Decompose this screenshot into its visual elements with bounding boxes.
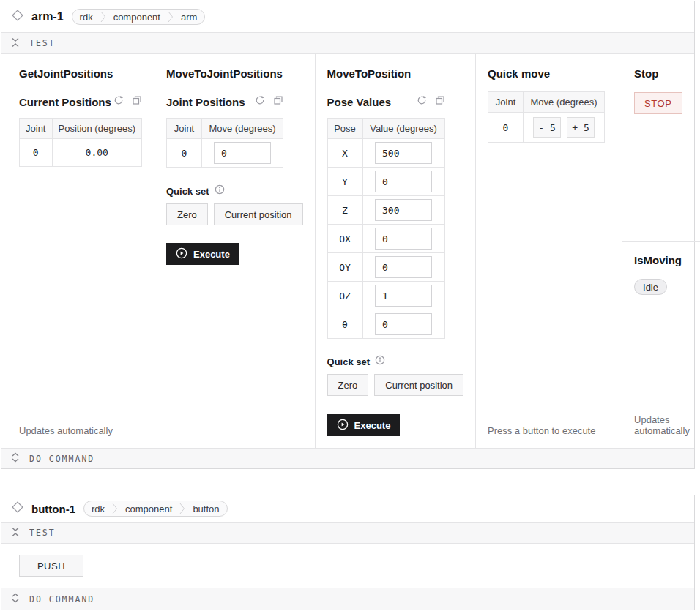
panel-move-to-position: MoveToPosition Pose Values Pose Value (d… [316,54,477,448]
execute-button[interactable]: Execute [166,243,239,265]
stop-button[interactable]: STOP [634,92,682,114]
refresh-icon[interactable] [417,95,427,108]
table-row: OY [327,253,444,282]
pose-label: Y [327,168,362,196]
do-command-section-toggle[interactable]: DO COMMAND [1,588,694,610]
pose-oz-input[interactable] [375,285,432,307]
component-diamond-icon [12,10,23,24]
stop-section: Stop STOP [622,54,700,242]
panel-footer-note: Updates automatically [634,414,690,436]
panel-title: MoveToPosition [327,67,464,81]
execute-button[interactable]: Execute [327,414,401,436]
column-header: Pose [327,119,362,139]
breadcrumb-segment: component [106,10,168,24]
column-header: Move (degrees) [524,92,605,113]
panel-quick-move: Quick move Joint Move (degrees) 0 - 5 + … [476,54,622,448]
breadcrumb-segment: rdk [84,501,112,516]
arm-card-header: arm-1 rdk component arm [1,1,694,32]
table-row: Z [327,196,444,225]
collapse-icon [11,527,20,539]
info-icon[interactable] [375,355,385,368]
zero-button[interactable]: Zero [166,203,208,225]
column-header: Value (degrees) [362,119,444,139]
current-position-button[interactable]: Current position [214,203,303,225]
refresh-icon[interactable] [113,95,124,108]
test-section-toggle[interactable]: TEST [1,32,694,54]
panel-title: MoveToJointPositions [166,67,303,81]
quick-set-label: Quick set [166,186,209,197]
copy-icon[interactable] [435,95,445,108]
copy-icon[interactable] [273,95,283,108]
do-command-section-toggle[interactable]: DO COMMAND [1,448,694,468]
test-section-label: TEST [29,38,56,48]
column-header: Move (degrees) [202,119,283,139]
subtitle-row: Current Positions [19,95,142,108]
pose-label: OY [327,253,362,282]
zero-button[interactable]: Zero [327,374,369,396]
quick-set-label: Quick set [327,356,371,367]
pose-label: OX [327,225,362,253]
joint-index: 0 [20,139,53,167]
expand-icon [11,452,20,465]
panel-footer-note: Updates automatically [19,425,142,436]
pose-oy-input[interactable] [375,256,432,278]
status-badge: Idle [634,279,667,295]
current-positions-table: Joint Position (degrees) 0 0.00 [19,118,142,167]
pose-theta-input[interactable] [375,313,432,335]
column-header: Joint [20,119,53,139]
play-circle-icon [176,247,187,261]
breadcrumb-segment: arm [174,10,204,24]
resource-title: button-1 [31,503,75,515]
breadcrumb: rdk component button [83,501,228,517]
pose-x-input[interactable] [375,142,432,164]
joint-move-input[interactable] [214,142,271,164]
chevron-right-icon [100,10,106,24]
pose-ox-input[interactable] [375,228,432,250]
subtitle: Joint Positions [166,96,245,108]
info-icon[interactable] [215,184,225,198]
subtitle-row: Joint Positions [166,95,283,108]
table-row: OZ [327,282,444,310]
move-minus-5-button[interactable]: - 5 [533,117,561,138]
quick-move-table: Joint Move (degrees) 0 - 5 + 5 [488,91,605,143]
copy-icon[interactable] [132,95,142,108]
table-row: Y [327,168,444,196]
play-circle-icon [337,419,349,433]
test-section-toggle[interactable]: TEST [1,522,694,544]
panel-title: Quick move [488,67,610,81]
ismoving-section: IsMoving Idle Updates automatically [622,242,700,448]
pose-z-input[interactable] [375,199,432,221]
table-row: 0 [167,139,283,168]
table-row: OX [327,225,444,253]
table-row: X [327,139,444,168]
subtitle-row: Pose Values [327,95,445,108]
current-position-button[interactable]: Current position [374,374,463,396]
joint-positions-table: Joint Move (degrees) 0 [166,118,283,168]
table-row: 0 0.00 [20,139,142,167]
column-header: Joint [488,92,524,113]
panel-move-to-joint-positions: MoveToJointPositions Joint Positions Joi… [154,54,316,448]
test-section-label: TEST [29,528,56,538]
chevron-right-icon [168,10,174,24]
column-header: Joint [167,119,202,139]
breadcrumb-segment: rdk [72,10,100,24]
arm-card: arm-1 rdk component arm TEST GetJointPos… [1,1,695,469]
pose-label: OZ [327,282,362,310]
pose-label: X [327,139,362,168]
do-command-section-label: DO COMMAND [29,454,94,464]
pose-y-input[interactable] [375,171,432,192]
refresh-icon[interactable] [255,95,265,108]
panel-stop-ismoving: Stop STOP IsMoving Idle Updates automati… [622,54,700,448]
table-row: θ [327,310,444,339]
chevron-right-icon [112,501,118,516]
panel-footer-note: Press a button to execute [488,425,610,436]
move-plus-5-button[interactable]: + 5 [567,117,595,138]
pose-values-table: Pose Value (degrees) X Y Z [327,118,445,339]
breadcrumb-segment: component [118,501,179,516]
expand-icon [11,593,20,605]
pose-label: Z [327,196,362,225]
push-button[interactable]: PUSH [19,555,83,577]
test-content: GetJointPositions Current Positions Join… [1,54,694,448]
panel-title: Stop [634,67,690,81]
chevron-right-icon [179,501,185,516]
